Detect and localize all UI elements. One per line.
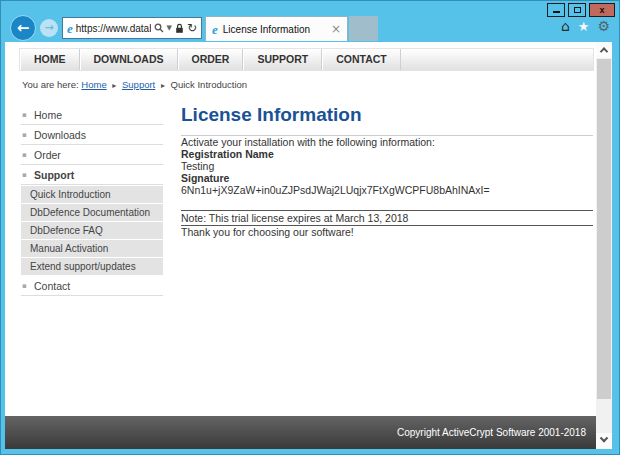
tab-title: License Information [223,24,326,35]
forward-arrow-icon: → [44,21,53,34]
sidebar-item-home[interactable]: ▪ Home [21,105,163,125]
scroll-down-button[interactable] [596,433,612,449]
registration-name-label: Registration Name [181,148,593,160]
refresh-icon[interactable]: ↻ [187,22,197,34]
bullet-icon: ▪ [22,165,27,185]
sidebar-item-label: Home [34,109,62,121]
intro-text: Activate your installation with the foll… [181,136,593,148]
main-content: License Information Activate your instal… [181,104,593,238]
nav-item-contact[interactable]: CONTACT [322,49,401,70]
chevron-up-icon [600,47,608,55]
close-icon: x [599,6,604,15]
home-icon[interactable]: ⌂ [561,19,570,33]
sidebar-subitem-manual-activation[interactable]: Manual Activation [21,240,163,257]
breadcrumb-prefix: You are here: [22,79,79,90]
page-content: HOME DOWNLOADS ORDER SUPPORT CONTACT You… [5,42,596,449]
sidebar-item-support[interactable]: ▪ Support [21,165,163,185]
sidebar-subitem-quick-introduction[interactable]: Quick Introduction [21,186,163,203]
toolbar-right-icons: ⌂ ★ ⚙ [561,19,610,33]
nav-item-support[interactable]: SUPPORT [243,49,322,70]
signature-label: Signature [181,172,593,184]
minimize-icon [553,11,560,13]
sidebar-item-contact[interactable]: ▪ Contact [21,276,163,296]
lock-icon [175,23,184,34]
sidebar-item-label: Order [34,149,61,161]
nav-item-home[interactable]: HOME [20,49,80,70]
registration-name-value: Testing [181,160,593,172]
chevron-down-icon[interactable]: ▼ [167,24,172,32]
sidebar: ▪ Home ▪ Downloads ▪ Order ▪ Support Qui… [21,105,163,296]
breadcrumb-current: Quick Introduction [171,79,248,90]
back-arrow-icon: ← [17,19,30,37]
copyright-text: Copyright ActiveCrypt Software 2001-2018 [397,427,586,438]
tab-close-icon[interactable]: × [331,23,341,35]
breadcrumb-separator-icon: ▸ [109,81,119,90]
nav-item-order[interactable]: ORDER [178,49,244,70]
sidebar-item-order[interactable]: ▪ Order [21,145,163,165]
search-icon[interactable] [154,23,164,33]
sidebar-subitem-dbdefence-faq[interactable]: DbDefence FAQ [21,222,163,239]
sidebar-subitem-extend-support[interactable]: Extend support/updates [21,258,163,275]
sidebar-subitem-dbdefence-documentation[interactable]: DbDefence Documentation [21,204,163,221]
close-button[interactable]: x [589,3,615,17]
bullet-icon: ▪ [22,276,27,296]
signature-value: 6Nn1u+jX9ZaW+in0uZJPsdJWaj2LUqjx7FtXgWCP… [181,184,593,196]
scrollbar-thumb[interactable] [597,59,611,399]
window-controls: x [547,3,615,17]
breadcrumb-link-home[interactable]: Home [81,79,106,90]
bullet-icon: ▪ [22,145,27,165]
breadcrumb-link-support[interactable]: Support [122,79,155,90]
settings-gear-icon[interactable]: ⚙ [597,19,610,33]
bullet-icon: ▪ [22,105,27,125]
page-footer: Copyright ActiveCrypt Software 2001-2018 [5,416,596,449]
vertical-scrollbar[interactable] [596,42,612,449]
sidebar-item-label: Contact [34,280,70,292]
ie-logo-icon: e [212,23,218,36]
chevron-down-icon [600,434,608,442]
forward-button[interactable]: → [40,19,58,37]
nav-item-downloads[interactable]: DOWNLOADS [80,49,178,70]
thanks-text: Thank you for choosing our software! [181,226,593,238]
new-tab-button[interactable] [349,16,378,41]
minimize-button[interactable] [547,3,565,17]
address-url[interactable]: https://www.databa... [76,23,151,34]
main-navigation: HOME DOWNLOADS ORDER SUPPORT CONTACT [19,48,594,71]
bullet-icon: ▪ [22,125,27,145]
favorites-star-icon[interactable]: ★ [578,20,590,33]
maximize-button[interactable] [568,3,586,17]
maximize-icon [574,7,581,13]
scroll-up-button[interactable] [596,42,612,58]
breadcrumb-separator-icon: ▸ [158,81,168,90]
license-expiry-note: Note: This trial license expires at Marc… [181,210,593,226]
address-bar[interactable]: e https://www.databa... ▼ ↻ [62,17,202,39]
browser-window: x ← → e https://www.databa... ▼ ↻ e Lice… [0,0,620,455]
browser-tab[interactable]: e License Information × [205,16,348,41]
sidebar-item-label: Support [34,169,74,181]
breadcrumb: You are here: Home ▸ Support ▸ Quick Int… [22,79,247,90]
back-button[interactable]: ← [10,15,36,41]
sidebar-item-downloads[interactable]: ▪ Downloads [21,125,163,145]
ie-logo-icon: e [67,22,73,35]
sidebar-item-label: Downloads [34,129,86,141]
page-title: License Information [181,104,593,136]
